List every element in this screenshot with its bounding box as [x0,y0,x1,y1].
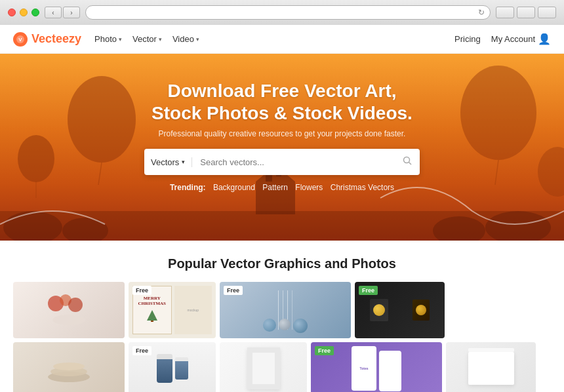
phone-right [379,351,401,391]
browser-action-3[interactable] [538,7,556,18]
christmas-tree-icon [146,309,159,322]
free-badge: Free [224,286,243,295]
back-button[interactable]: ‹ [45,7,62,18]
autumn-illustration [43,290,95,330]
nav-vector[interactable]: Vector ▾ [132,34,162,44]
trending-christmas[interactable]: Christmas Vectors [331,183,394,192]
free-badge: Free [315,346,334,355]
free-badge: Free [132,346,151,355]
image-card-wood[interactable] [13,342,125,392]
search-type-dropdown[interactable]: Vectors ▾ [144,157,192,167]
hero-section: Download Free Vector Art, Stock Photos &… [0,54,564,241]
chevron-down-icon: ▾ [159,36,162,43]
search-bar: Vectors ▾ [144,149,420,175]
my-account-button[interactable]: My Account 👤 [491,33,551,45]
section-title: Popular Vector Graphics and Photos [13,256,551,271]
trending-flowers[interactable]: Flowers [295,183,323,192]
logo[interactable]: V Vecteezy [13,32,81,47]
browser-chrome: ‹ › ↻ [0,0,564,25]
wood-illustration [43,352,95,385]
hero-content: Download Free Vector Art, Stock Photos &… [0,54,564,192]
logo-svg: V [16,35,25,44]
site-nav: V Vecteezy Photo ▾ Vector ▾ Video ▾ Pric… [0,25,564,54]
image-card-letter[interactable] [446,342,536,392]
svg-point-18 [404,157,410,163]
image-card-gold-christmas[interactable]: Free [355,282,445,338]
pricing-link[interactable]: Pricing [454,34,481,44]
address-bar[interactable]: ↻ [85,5,491,20]
browser-nav-buttons: ‹ › [45,7,80,18]
website: V Vecteezy Photo ▾ Vector ▾ Video ▾ Pric… [0,25,564,392]
browser-action-2[interactable] [517,7,535,18]
trending-label: Trending: [170,183,206,192]
my-account-label: My Account [491,34,535,44]
chevron-down-icon: ▾ [182,159,185,165]
hero-title-line2: Stock Photos & Stock Videos. [151,103,413,123]
nav-right: Pricing My Account 👤 [454,33,551,45]
hero-subtitle: Professional quality creative resources … [0,129,564,138]
svg-line-19 [409,163,412,165]
free-badge: Free [132,286,151,295]
svg-point-28 [53,363,85,370]
logo-text: Vecteezy [31,32,81,46]
nav-vector-label: Vector [132,34,157,44]
image-grid-row2: Free [13,342,551,392]
search-input[interactable] [192,157,395,167]
logo-icon: V [13,32,28,47]
reload-icon[interactable]: ↻ [478,8,485,17]
fullscreen-button[interactable] [31,9,39,16]
chevron-down-icon: ▾ [196,36,199,43]
svg-text:V: V [18,37,22,43]
close-button[interactable] [8,9,16,16]
nav-photo-label: Photo [94,34,117,44]
browser-action-1[interactable] [496,7,514,18]
search-button[interactable] [395,156,420,168]
traffic-lights [8,9,39,16]
account-icon: 👤 [538,33,551,45]
nav-video-label: Video [172,34,194,44]
chevron-down-icon: ▾ [119,36,122,43]
nav-links: Photo ▾ Vector ▾ Video ▾ [94,34,199,44]
svg-marker-24 [147,310,157,321]
trending-pattern[interactable]: Pattern [262,183,288,192]
svg-point-23 [52,315,85,325]
forward-button[interactable]: › [63,7,80,18]
phone-left: Totes [352,346,376,391]
image-grid-row1: Free MERRYCHRISTMAS mockup [13,282,551,338]
grid-section: Popular Vector Graphics and Photos Free [0,241,564,392]
hero-title: Download Free Vector Art, Stock Photos &… [0,80,564,124]
image-card-phone-totes[interactable]: Free Totes [311,342,442,392]
image-card-autumn[interactable] [13,282,125,338]
trending-background[interactable]: Background [213,183,255,192]
browser-actions [496,7,556,18]
browser-titlebar: ‹ › ↻ [0,0,564,25]
frame-shape [247,347,280,389]
image-card-christmas[interactable]: Free MERRYCHRISTMAS mockup [129,282,216,338]
image-card-blue-ornaments[interactable]: Free [220,282,351,338]
hero-title-line1: Download Free Vector Art, [167,81,396,101]
trending-section: Trending: Background Pattern Flowers Chr… [0,183,564,192]
svg-point-22 [68,298,83,312]
minimize-button[interactable] [20,9,28,16]
image-card-frame[interactable] [220,342,307,392]
svg-rect-25 [151,321,153,322]
search-icon [403,156,412,165]
search-type-label: Vectors [151,157,179,167]
nav-video[interactable]: Video ▾ [172,34,199,44]
free-badge: Free [359,286,378,295]
letter-shape [468,352,514,385]
image-card-cups[interactable]: Free [129,342,216,392]
nav-photo[interactable]: Photo ▾ [94,34,122,44]
